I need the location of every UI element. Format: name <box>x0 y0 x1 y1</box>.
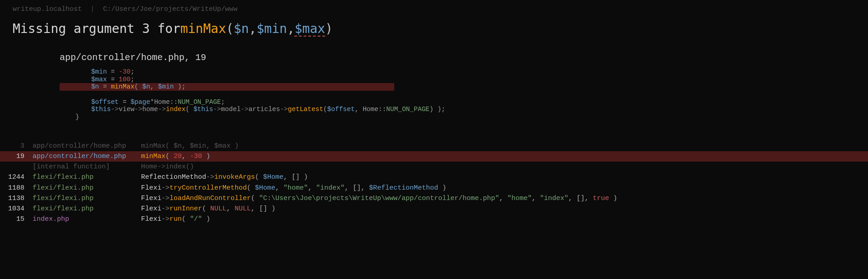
code-line-highlighted: $n = minMax( $n, $min ); <box>60 83 394 91</box>
stack-file: app/controller/home.php <box>33 141 141 151</box>
code-line: $min = -30; <box>60 68 868 76</box>
stack-trace: 3app/controller/home.phpminMax( $n, $min… <box>0 141 868 225</box>
stack-file: flexi/flexi.php <box>33 193 141 204</box>
stack-call: Flexi->tryControllerMethod( $Home, "home… <box>141 183 868 193</box>
error-arg-2: $min <box>256 21 287 36</box>
code-line: } <box>60 113 868 121</box>
stack-file: flexi/flexi.php <box>33 183 141 193</box>
error-arg-1: $n <box>234 21 249 36</box>
code-excerpt: $min = -30; $max = 100; $n = minMax( $n,… <box>0 68 868 121</box>
stack-row[interactable]: 1138flexi/flexi.phpFlexi->loadAndRunCont… <box>0 193 868 204</box>
breadcrumb-host: writeup.localhost <box>13 5 82 13</box>
comma: , <box>287 21 295 36</box>
comma: , <box>249 21 257 36</box>
error-arg-3-missing: $max <box>295 21 325 36</box>
stack-line-number: 19 <box>0 151 33 162</box>
error-prefix: Missing argument 3 for <box>13 21 180 36</box>
stack-call: Flexi->runInner( NULL, NULL, [] ) <box>141 204 868 214</box>
stack-file: [internal function] <box>33 162 141 172</box>
stack-row[interactable]: 15index.phpFlexi->run( "/" ) <box>0 214 868 224</box>
stack-call: Flexi->loadAndRunController( "C:\Users\J… <box>141 193 868 204</box>
stack-row[interactable]: 1034flexi/flexi.phpFlexi->runInner( NULL… <box>0 204 868 214</box>
stack-line-number: 1188 <box>0 183 33 193</box>
code-line: $max = 100; <box>60 76 868 84</box>
stack-line-number: 1034 <box>0 204 33 214</box>
code-line <box>60 91 868 98</box>
source-location[interactable]: app/controller/home.php, 19 <box>0 36 868 68</box>
stack-call: ReflectionMethod->invokeArgs( $Home, [] … <box>141 172 868 182</box>
stack-row[interactable]: 1188flexi/flexi.phpFlexi->tryControllerM… <box>0 183 868 193</box>
source-line: 19 <box>195 52 206 63</box>
stack-row[interactable]: [internal function]Home->index() <box>0 162 868 172</box>
code-line: $this->view->home->index( $this->model->… <box>60 106 868 113</box>
stack-file: app/controller/home.php <box>33 151 141 162</box>
stack-file: flexi/flexi.php <box>33 172 141 182</box>
stack-line-number: 1138 <box>0 193 33 204</box>
error-title: Missing argument 3 for minMax ( $n , $mi… <box>0 21 868 36</box>
stack-call: Flexi->run( "/" ) <box>141 214 868 224</box>
stack-row[interactable]: 3app/controller/home.phpminMax( $n, $min… <box>0 141 868 151</box>
stack-file: flexi/flexi.php <box>33 204 141 214</box>
error-function: minMax <box>180 21 226 36</box>
source-file: app/controller/home.php <box>60 52 184 63</box>
stack-file: index.php <box>33 214 141 224</box>
stack-line-number: 3 <box>0 141 33 151</box>
stack-line-number: 15 <box>0 214 33 224</box>
paren-open: ( <box>226 21 234 36</box>
code-line: $offset = $page*Home::NUM_ON_PAGE; <box>60 98 868 106</box>
breadcrumb-sep: | <box>86 5 99 13</box>
comma: , <box>184 52 195 63</box>
stack-line-number: 1244 <box>0 172 33 182</box>
stack-call: minMax( 20, -30 ) <box>141 151 868 162</box>
breadcrumb-path: C:/Users/Joe/projects/WriteUp/www <box>103 5 237 13</box>
paren-close: ) <box>325 21 333 36</box>
stack-row[interactable]: 1244flexi/flexi.phpReflectionMethod->inv… <box>0 172 868 182</box>
stack-call: minMax( $n, $min, $max ) <box>141 141 868 151</box>
breadcrumb: writeup.localhost | C:/Users/Joe/project… <box>0 0 868 21</box>
stack-row-selected[interactable]: 19app/controller/home.phpminMax( 20, -30… <box>0 151 868 162</box>
stack-call: Home->index() <box>141 162 868 172</box>
